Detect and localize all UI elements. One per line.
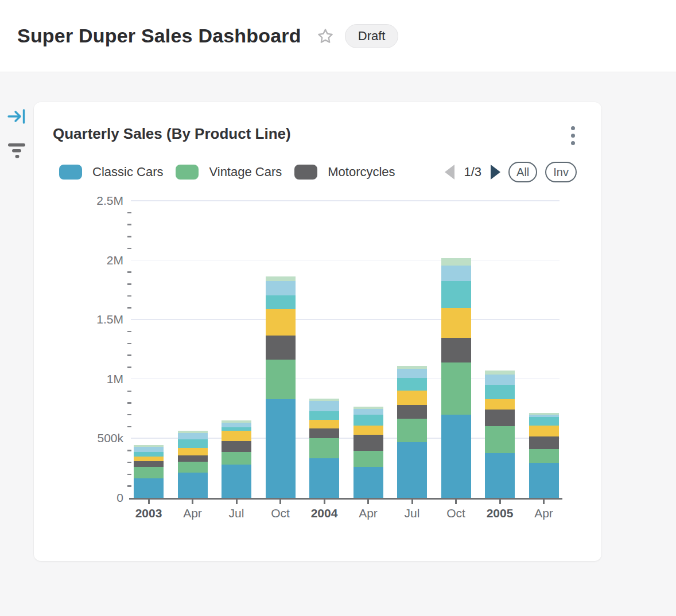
stacked-bar-2004-4[interactable] [309,399,339,498]
stacked-bar-2003-0[interactable] [134,445,164,498]
bar-segment[interactable] [397,405,427,419]
bar-segment[interactable] [134,452,164,457]
bar-segment[interactable] [309,458,339,498]
bar-segment[interactable] [529,449,559,462]
y-axis-minor-tick [127,212,131,214]
bar-segment[interactable] [485,399,515,410]
y-axis-tick-label: 1.5M [34,313,123,326]
stacked-bar-jul-2[interactable] [222,420,251,498]
bar-segment[interactable] [397,442,427,498]
bar-segment[interactable] [266,295,296,309]
y-axis-minor-tick [127,354,131,356]
bar-segment[interactable] [178,455,208,462]
x-axis-tick [192,500,193,504]
bar-segment[interactable] [309,401,339,411]
bar-segment[interactable] [353,415,383,425]
bar-segment[interactable] [222,441,251,452]
bar-segment[interactable] [485,410,515,426]
stacked-bar-oct-7[interactable] [441,258,471,498]
side-toolbar [7,108,30,159]
x-axis-tick [543,500,545,504]
bar-segment[interactable] [134,478,164,498]
bar-segment[interactable] [178,433,208,439]
bar-segment[interactable] [529,417,559,426]
bar-segment[interactable] [441,415,471,498]
stacked-bar-jul-6[interactable] [397,366,427,498]
favorite-star-button[interactable] [316,27,335,45]
status-badge: Draft [345,24,399,48]
bar-segment[interactable] [353,426,383,435]
x-axis-label: 2003 [126,506,172,520]
bar-segment[interactable] [485,426,515,453]
x-axis-label: Jul [389,506,435,520]
bar-segment[interactable] [134,447,164,452]
x-axis-label: Oct [258,506,304,520]
bar-segment[interactable] [397,391,427,405]
gridline [131,260,560,261]
bar-segment[interactable] [222,427,251,431]
stacked-bar-chart: 0500k1M1.5M2M2.5M2003AprJulOct2004AprJul… [34,102,601,561]
bar-segment[interactable] [529,436,559,450]
y-axis-minor-tick [127,271,131,273]
bar-segment[interactable] [134,467,164,478]
gridline [131,200,560,201]
stacked-bar-2005-8[interactable] [485,371,515,498]
y-axis-minor-tick [127,248,131,249]
bar-segment[interactable] [353,409,383,415]
y-axis-minor-tick [127,295,131,297]
x-axis-label: Apr [521,506,567,520]
bar-segment[interactable] [353,435,383,451]
bar-segment[interactable] [134,457,164,461]
bar-segment[interactable] [178,473,208,498]
bar-segment[interactable] [485,371,515,375]
bar-segment[interactable] [266,360,296,399]
bar-segment[interactable] [222,465,251,498]
y-axis-minor-tick [127,283,131,285]
bar-segment[interactable] [397,378,427,391]
bar-segment[interactable] [178,439,208,448]
filter-button[interactable] [7,142,26,159]
bar-segment[interactable] [397,369,427,378]
bar-segment[interactable] [222,452,251,464]
bar-segment[interactable] [441,362,471,415]
x-axis-tick [324,500,325,504]
bar-segment[interactable] [441,281,471,308]
bar-segment[interactable] [441,258,471,266]
bar-segment[interactable] [485,453,515,498]
x-axis-tick [411,500,413,504]
bar-segment[interactable] [222,431,251,441]
bar-segment[interactable] [266,309,296,336]
stacked-bar-oct-3[interactable] [266,276,296,498]
bar-segment[interactable] [353,451,383,467]
collapse-panel-button[interactable] [7,108,26,125]
bar-segment[interactable] [266,336,296,360]
y-axis-minor-tick [127,224,131,225]
bar-segment[interactable] [309,438,339,458]
stacked-bar-apr-9[interactable] [529,413,559,498]
bar-segment[interactable] [441,338,471,362]
bar-segment[interactable] [178,448,208,455]
bar-segment[interactable] [441,266,471,281]
bar-segment[interactable] [441,308,471,338]
bar-segment[interactable] [485,375,515,385]
y-axis-minor-tick [127,307,131,309]
bar-segment[interactable] [397,419,427,442]
bar-segment[interactable] [134,461,164,467]
bar-segment[interactable] [529,463,559,498]
x-axis-label: Apr [170,506,216,520]
bar-segment[interactable] [266,281,296,295]
bar-segment[interactable] [309,411,339,420]
bar-segment[interactable] [222,423,251,427]
bar-segment[interactable] [309,420,339,428]
bar-segment[interactable] [485,385,515,399]
bar-segment[interactable] [178,462,208,473]
bar-segment[interactable] [266,276,296,280]
x-axis-line [129,498,562,500]
bar-segment[interactable] [309,428,339,439]
x-axis-label: Jul [213,506,259,520]
bar-segment[interactable] [266,399,296,498]
stacked-bar-apr-5[interactable] [353,407,383,498]
bar-segment[interactable] [529,426,559,436]
bar-segment[interactable] [353,467,383,498]
stacked-bar-apr-1[interactable] [178,431,208,498]
